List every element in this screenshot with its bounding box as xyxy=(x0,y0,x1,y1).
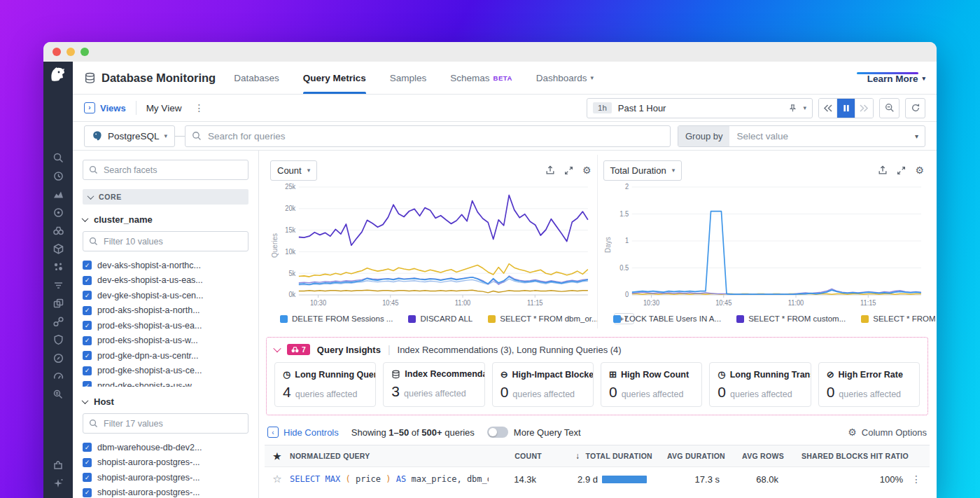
insight-card-high-impact-blockers[interactable]: ⊖High-Impact Blockers0queries affected xyxy=(492,362,594,407)
row-options-kebab[interactable]: ⋮ xyxy=(903,473,930,485)
legend-item[interactable]: SELECT * FROM custom... xyxy=(736,314,846,323)
group-by-select[interactable]: Group by Select value ▾ xyxy=(678,125,925,147)
watchdog-icon[interactable] xyxy=(52,207,64,219)
facet-title-host[interactable]: Host xyxy=(83,396,248,407)
infrastructure-icon[interactable] xyxy=(52,243,64,255)
checkbox-checked-icon[interactable]: ✓ xyxy=(83,351,92,360)
gear-icon[interactable]: ⚙ xyxy=(582,165,592,175)
export-icon[interactable] xyxy=(545,165,555,175)
checkbox-checked-icon[interactable]: ✓ xyxy=(83,276,92,285)
facet-value-item[interactable]: ✓dev-gke-shopist-a-us-cen... xyxy=(83,288,248,303)
more-query-text-toggle[interactable] xyxy=(487,427,508,438)
facet-value-item[interactable]: ✓prod-gke-shopist-a-us-ce... xyxy=(83,364,248,379)
processes-icon[interactable] xyxy=(52,261,64,273)
minimize-window-button[interactable] xyxy=(66,48,75,56)
tab-samples[interactable]: Samples xyxy=(390,62,427,94)
checkbox-checked-icon[interactable]: ✓ xyxy=(83,366,92,375)
facet-filter-input[interactable] xyxy=(102,236,242,247)
legend-item[interactable]: DELETE FROM Sessions ... xyxy=(280,314,393,323)
zoom-out-button[interactable] xyxy=(879,98,899,118)
facet-value-item[interactable]: ✓prod-aks-shopist-a-north... xyxy=(83,303,248,319)
tab-dashboards[interactable]: Dashboards▾ xyxy=(536,62,594,94)
copilot-icon[interactable] xyxy=(52,478,64,490)
column-count[interactable]: COUNT xyxy=(494,452,542,460)
checkbox-checked-icon[interactable]: ✓ xyxy=(83,261,92,270)
column-avg-duration[interactable]: AVG DURATION xyxy=(652,452,725,460)
column-total-duration[interactable]: ↓ TOTAL DURATION xyxy=(542,451,652,461)
facet-value-item[interactable]: ✓shopist-aurora-postgres-... xyxy=(83,455,248,471)
view-options-kebab[interactable]: ⋮ xyxy=(191,102,206,113)
favorite-column-star-icon[interactable]: ★ xyxy=(265,451,290,462)
facet-value-item[interactable]: ✓prod-gke-dpn-a-us-centr... xyxy=(83,348,248,364)
insight-card-index-recommendations[interactable]: Index Recommendations3queries affected xyxy=(383,362,484,407)
facet-filter-box[interactable] xyxy=(83,231,248,251)
refresh-button[interactable] xyxy=(905,98,925,118)
search-icon[interactable] xyxy=(52,152,64,164)
metrics-icon[interactable] xyxy=(52,188,64,200)
facet-value-item[interactable]: ✓dev-aks-shopist-a-northc... xyxy=(83,258,248,273)
legend-item[interactable]: SELECT * FROM dbm_or... xyxy=(488,314,598,323)
checkbox-checked-icon[interactable]: ✓ xyxy=(83,443,92,452)
legend-item[interactable]: DISCARD ALL xyxy=(408,314,472,323)
insight-card-high-row-count[interactable]: ⊞High Row Count0queries affected xyxy=(601,362,702,407)
tab-schemas[interactable]: SchemasBETA xyxy=(450,62,512,94)
facet-value-item[interactable]: ✓prod-eks-shopist-a-us-w... xyxy=(83,333,248,349)
pause-button[interactable] xyxy=(837,99,855,118)
apm-icon[interactable] xyxy=(52,316,64,328)
column-avg-rows[interactable]: AVG ROWS xyxy=(725,452,784,460)
insight-card-long-running-transactions[interactable]: ◷Long Running Transactions0queries affec… xyxy=(709,362,811,407)
chart-canvas[interactable]: 00.511.5210:3010:4511:0011:15 xyxy=(612,181,925,309)
table-row[interactable]: ☆ SELECT MAX ( price ) AS max_price, dbm… xyxy=(265,467,930,491)
time-backward-button[interactable] xyxy=(819,99,837,118)
learn-more-button[interactable]: Learn More▾ xyxy=(867,72,925,84)
close-window-button[interactable] xyxy=(52,48,61,56)
monitors-icon[interactable] xyxy=(52,371,64,382)
db-engine-select[interactable]: PostgreSQL ▾ xyxy=(84,125,175,147)
export-icon[interactable] xyxy=(878,165,888,175)
chart-metric-select[interactable]: Total Duration▾ xyxy=(603,160,682,181)
dashboards-icon[interactable] xyxy=(52,298,64,310)
facet-search-input[interactable] xyxy=(102,165,242,176)
hide-controls-button[interactable]: ‹ Hide Controls xyxy=(267,427,339,438)
facet-value-item[interactable]: ✓dev-eks-shopist-a-us-eas... xyxy=(83,273,248,289)
history-icon[interactable] xyxy=(52,170,64,182)
legend-item[interactable]: LOCK TABLE Users IN A... xyxy=(613,314,722,323)
facet-value-item[interactable]: ✓dbm-warehouse-db-dev2... xyxy=(83,440,248,455)
checkbox-checked-icon[interactable]: ✓ xyxy=(83,458,92,467)
insight-card-long-running-queries[interactable]: ◷Long Running Queries4queries affected xyxy=(274,362,376,407)
query-search-box[interactable] xyxy=(185,125,671,147)
facet-value-item[interactable]: ✓shopist-aurora-postgres-... xyxy=(83,485,248,498)
views-button[interactable]: › Views xyxy=(84,102,126,113)
time-forward-button[interactable] xyxy=(855,99,873,118)
checkbox-checked-icon[interactable]: ✓ xyxy=(83,488,92,497)
facet-value-item[interactable]: ✓prod-eks-shopist-a-us-ea... xyxy=(83,318,248,333)
favorite-star-icon[interactable]: ☆ xyxy=(265,473,290,485)
security-icon[interactable] xyxy=(52,334,64,346)
synthetics-icon[interactable] xyxy=(52,352,64,364)
chart-metric-select[interactable]: Count▾ xyxy=(270,160,317,181)
facet-value-item[interactable]: ✓prod-gke-shopist-a-us-w... xyxy=(83,378,248,387)
facet-title-cluster_name[interactable]: cluster_name xyxy=(83,214,248,225)
binoculars-icon[interactable] xyxy=(52,225,64,237)
gear-icon[interactable]: ⚙ xyxy=(915,165,924,175)
current-view-label[interactable]: My View xyxy=(146,103,182,113)
normalized-query-cell[interactable]: SELECT MAX ( price ) AS max_price, dbm_o… xyxy=(290,474,489,484)
tab-query-metrics[interactable]: Query Metrics xyxy=(303,62,366,94)
checkbox-checked-icon[interactable]: ✓ xyxy=(83,473,92,482)
checkbox-checked-icon[interactable]: ✓ xyxy=(83,321,92,330)
integrations-icon[interactable] xyxy=(52,459,64,471)
pin-icon[interactable] xyxy=(788,104,797,113)
facet-filter-input[interactable] xyxy=(102,418,242,429)
checkbox-checked-icon[interactable]: ✓ xyxy=(83,306,92,315)
zoom-window-button[interactable] xyxy=(80,48,89,56)
time-range-picker[interactable]: 1h Past 1 Hour ▾ xyxy=(587,98,813,118)
datadog-logo-icon[interactable] xyxy=(48,65,68,85)
facet-group-core[interactable]: CORE xyxy=(83,189,248,205)
facet-search-box[interactable] xyxy=(83,160,248,180)
chart-canvas[interactable]: 0k5k10k15k20k25k10:3010:4511:0011:15 xyxy=(279,181,592,309)
column-normalized-query[interactable]: NORMALIZED QUERY xyxy=(290,452,494,460)
query-search-input[interactable] xyxy=(206,130,664,142)
tab-databases[interactable]: Databases xyxy=(234,62,279,94)
checkbox-checked-icon[interactable]: ✓ xyxy=(83,381,92,387)
checkbox-checked-icon[interactable]: ✓ xyxy=(83,291,92,300)
